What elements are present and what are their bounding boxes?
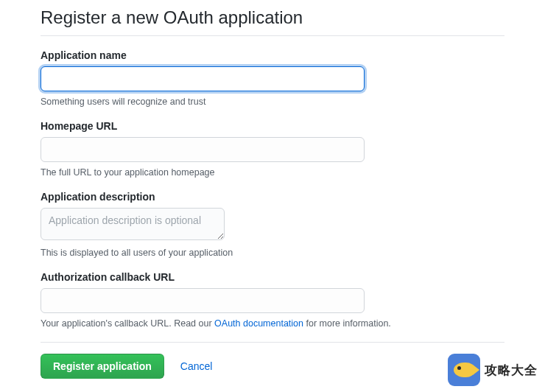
- description-label: Application description: [41, 191, 504, 203]
- register-button[interactable]: Register application: [41, 354, 164, 379]
- form-group-app-name: Application name Something users will re…: [41, 49, 504, 107]
- page-title: Register a new OAuth application: [41, 7, 504, 36]
- form-group-homepage-url: Homepage URL The full URL to your applic…: [41, 120, 504, 178]
- callback-hint-prefix: Your application's callback URL. Read ou…: [41, 318, 214, 329]
- homepage-url-hint: The full URL to your application homepag…: [41, 167, 504, 178]
- form-group-description: Application description This is displaye…: [41, 191, 504, 258]
- callback-url-label: Authorization callback URL: [41, 271, 504, 283]
- callback-hint-suffix: for more information.: [303, 318, 391, 329]
- description-textarea[interactable]: [41, 208, 225, 240]
- fish-icon: [448, 354, 480, 386]
- form-actions: Register application Cancel: [41, 342, 504, 379]
- app-name-input[interactable]: [41, 66, 365, 91]
- watermark: 攻略大全: [448, 354, 538, 386]
- app-name-label: Application name: [41, 49, 504, 61]
- watermark-text: 攻略大全: [485, 362, 538, 379]
- description-hint: This is displayed to all users of your a…: [41, 248, 504, 258]
- oauth-doc-link[interactable]: OAuth documentation: [214, 318, 303, 329]
- homepage-url-label: Homepage URL: [41, 120, 504, 132]
- form-group-callback-url: Authorization callback URL Your applicat…: [41, 271, 504, 329]
- callback-url-input[interactable]: [41, 288, 365, 313]
- homepage-url-input[interactable]: [41, 137, 365, 162]
- callback-url-hint: Your application's callback URL. Read ou…: [41, 318, 504, 329]
- app-name-hint: Something users will recognize and trust: [41, 97, 504, 107]
- cancel-button[interactable]: Cancel: [180, 360, 213, 372]
